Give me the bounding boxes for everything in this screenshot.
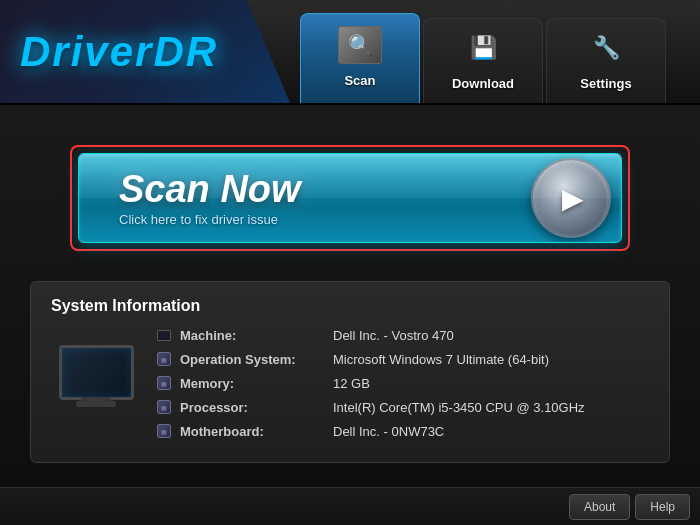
about-button[interactable]: About [569,494,630,520]
settings-tab-icon-container [582,24,630,72]
tab-settings-label: Settings [580,76,631,91]
info-row-processor: ▦ Processor: Intel(R) Core(TM) i5-3450 C… [156,399,649,415]
tab-settings[interactable]: Settings [546,18,666,103]
memory-label: Memory: [180,376,325,391]
scan-button-container: Scan Now Click here to fix driver issue [30,145,670,251]
system-info-body: Machine: Dell Inc. - Vostro 470 ▦ Operat… [51,327,649,447]
processor-value: Intel(R) Core(TM) i5-3450 CPU @ 3.10GHz [333,400,585,415]
tab-scan-label: Scan [344,73,375,88]
help-label: Help [650,500,675,514]
settings-icon [584,29,628,67]
machine-value: Dell Inc. - Vostro 470 [333,328,454,343]
os-label: Operation System: [180,352,325,367]
processor-label: Processor: [180,400,325,415]
motherboard-icon: ▦ [156,423,172,439]
app-logo: DriverDR [20,28,218,76]
header: DriverDR Scan Download Settings [0,0,700,105]
scan-arrow-icon [531,158,611,238]
main-content: Scan Now Click here to fix driver issue … [0,105,700,525]
system-info-panel: System Information Machine: Dell Inc. - … [30,281,670,463]
info-row-os: ▦ Operation System: Microsoft Windows 7 … [156,351,649,367]
logo-area: DriverDR [0,0,290,103]
tab-scan[interactable]: Scan [300,13,420,103]
processor-icon: ▦ [156,399,172,415]
help-button[interactable]: Help [635,494,690,520]
chip-icon-os: ▦ [157,352,171,366]
footer: About Help [0,487,700,525]
machine-icon [156,327,172,343]
system-info-title: System Information [51,297,649,315]
memory-value: 12 GB [333,376,370,391]
info-row-memory: ▦ Memory: 12 GB [156,375,649,391]
scan-icon [338,26,382,64]
scan-button-title: Scan Now [119,169,531,211]
scan-button-wrapper: Scan Now Click here to fix driver issue [70,145,630,251]
scan-now-button[interactable]: Scan Now Click here to fix driver issue [78,153,622,243]
scan-button-subtitle: Click here to fix driver issue [119,212,531,227]
chip-icon-memory: ▦ [157,376,171,390]
download-icon [461,29,505,67]
os-value: Microsoft Windows 7 Ultimate (64-bit) [333,352,549,367]
motherboard-label: Motherboard: [180,424,325,439]
motherboard-value: Dell Inc. - 0NW73C [333,424,444,439]
nav-tabs: Scan Download Settings [290,0,666,103]
system-info-table: Machine: Dell Inc. - Vostro 470 ▦ Operat… [156,327,649,447]
tab-download[interactable]: Download [423,18,543,103]
chip-icon-motherboard: ▦ [157,424,171,438]
monitor-small-icon [157,330,171,341]
scan-tab-icon-container [336,21,384,69]
memory-icon: ▦ [156,375,172,391]
scan-button-text: Scan Now Click here to fix driver issue [79,169,531,228]
info-row-machine: Machine: Dell Inc. - Vostro 470 [156,327,649,343]
chip-icon-processor: ▦ [157,400,171,414]
about-label: About [584,500,615,514]
monitor-icon [51,327,141,407]
monitor-screen [59,345,134,400]
download-tab-icon-container [459,24,507,72]
machine-label: Machine: [180,328,325,343]
info-row-motherboard: ▦ Motherboard: Dell Inc. - 0NW73C [156,423,649,439]
tab-download-label: Download [452,76,514,91]
os-icon: ▦ [156,351,172,367]
